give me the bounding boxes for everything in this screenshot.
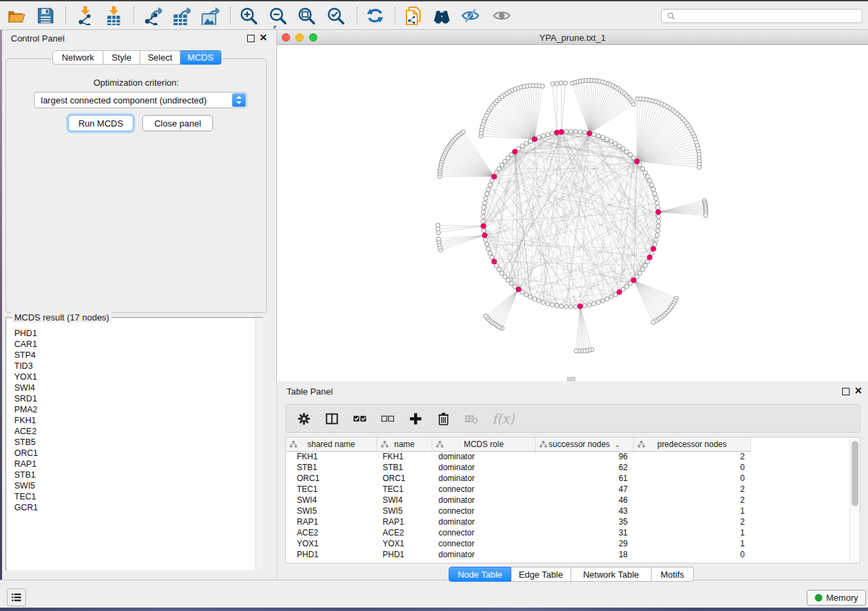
- cell-successor-nodes[interactable]: 18: [536, 550, 634, 561]
- delete-column-icon[interactable]: [435, 410, 451, 427]
- select-all-icon[interactable]: [351, 410, 368, 427]
- mcds-result-item[interactable]: SWI5: [7, 480, 263, 491]
- cell-predecessor-nodes[interactable]: 2: [634, 517, 751, 528]
- cell-predecessor-nodes[interactable]: 2: [634, 484, 751, 495]
- network-nodes[interactable]: [436, 78, 708, 353]
- column-header-predecessor-nodes[interactable]: predecessor nodes: [634, 437, 751, 451]
- network-window-titlebar[interactable]: YPA_prune.txt_1: [276, 30, 868, 45]
- mcds-result-item[interactable]: STB1: [7, 469, 263, 480]
- table-row[interactable]: PHD1PHD1dominator180: [286, 550, 850, 561]
- cell-mcds-role[interactable]: dominator: [432, 474, 536, 484]
- cell-mcds-role[interactable]: dominator: [432, 463, 536, 474]
- tab-style[interactable]: Style: [103, 50, 140, 65]
- export-image-icon[interactable]: [199, 5, 220, 26]
- open-file-icon[interactable]: [6, 5, 27, 26]
- table-scrollbar[interactable]: [850, 437, 860, 563]
- mcds-result-item[interactable]: FKH1: [7, 415, 263, 426]
- cell-predecessor-nodes[interactable]: 1: [634, 539, 751, 550]
- tab-select[interactable]: Select: [140, 50, 180, 65]
- mcds-result-item[interactable]: PHD1: [7, 328, 263, 339]
- table-row[interactable]: ORC1ORC1dominator610: [286, 474, 850, 484]
- mcds-result-item[interactable]: ACE2: [7, 426, 263, 437]
- cell-mcds-role[interactable]: connector: [432, 506, 536, 517]
- mcds-result-item[interactable]: YOX1: [7, 371, 263, 382]
- cell-mcds-role[interactable]: dominator: [432, 452, 536, 463]
- tab-edge-table[interactable]: Edge Table: [511, 567, 571, 582]
- mcds-result-scrollbar[interactable]: [255, 318, 263, 570]
- cell-name[interactable]: SWI4: [377, 495, 432, 506]
- table-panel-float-icon[interactable]: [842, 388, 850, 395]
- column-manager-icon[interactable]: [323, 410, 340, 427]
- cell-mcds-role[interactable]: connector: [432, 528, 536, 539]
- first-neighbors-icon[interactable]: [432, 5, 452, 26]
- cell-successor-nodes[interactable]: 62: [536, 463, 634, 474]
- cell-successor-nodes[interactable]: 61: [536, 474, 634, 484]
- export-table-icon[interactable]: [171, 5, 191, 26]
- import-network-icon[interactable]: [75, 5, 95, 26]
- zoom-fit-icon[interactable]: [296, 5, 317, 26]
- mcds-result-item[interactable]: PMA2: [7, 404, 263, 415]
- import-table-icon[interactable]: [103, 5, 124, 26]
- mcds-result-item[interactable]: STP4: [7, 350, 263, 361]
- close-panel-button[interactable]: Close panel: [142, 115, 213, 131]
- tab-network-table[interactable]: Network Table: [571, 567, 652, 582]
- cell-shared-name[interactable]: ACE2: [286, 528, 377, 539]
- optimization-criterion-dropdown[interactable]: largest connected component (undirected): [34, 92, 247, 108]
- cell-shared-name[interactable]: RAP1: [286, 517, 377, 528]
- memory-button[interactable]: Memory: [807, 590, 866, 606]
- cell-name[interactable]: PHD1: [377, 550, 432, 561]
- cell-predecessor-nodes[interactable]: 2: [634, 452, 751, 463]
- cell-name[interactable]: YOX1: [377, 539, 432, 550]
- cell-predecessor-nodes[interactable]: 0: [634, 550, 751, 561]
- tab-network[interactable]: Network: [52, 50, 103, 65]
- cell-successor-nodes[interactable]: 35: [536, 517, 634, 528]
- table-scrollbar-thumb[interactable]: [852, 441, 858, 506]
- export-network-icon[interactable]: [142, 5, 163, 26]
- cell-predecessor-nodes[interactable]: 0: [634, 474, 751, 484]
- zoom-out-icon[interactable]: [268, 5, 288, 26]
- cell-name[interactable]: ORC1: [377, 474, 432, 484]
- mcds-result-item[interactable]: GCR1: [7, 502, 263, 513]
- mcds-result-item[interactable]: RAP1: [7, 459, 263, 469]
- cell-shared-name[interactable]: SWI4: [286, 495, 377, 506]
- cell-successor-nodes[interactable]: 31: [536, 528, 634, 539]
- cell-successor-nodes[interactable]: 46: [536, 495, 634, 506]
- mcds-result-item[interactable]: TID3: [7, 361, 263, 371]
- cell-name[interactable]: SWI5: [377, 506, 432, 517]
- splitter-collapse-icon[interactable]: [274, 26, 277, 29]
- column-header-name[interactable]: name: [377, 437, 432, 451]
- table-row[interactable]: RAP1RAP1dominator352: [286, 517, 850, 528]
- table-row[interactable]: ACE2ACE2connector311: [286, 528, 850, 539]
- control-panel-close-icon[interactable]: ✕: [259, 32, 268, 43]
- cell-predecessor-nodes[interactable]: 1: [634, 528, 751, 539]
- cell-name[interactable]: RAP1: [377, 517, 432, 528]
- mcds-result-item[interactable]: SWI4: [7, 382, 263, 393]
- clone-network-icon[interactable]: [403, 5, 423, 26]
- cell-predecessor-nodes[interactable]: 1: [634, 506, 751, 517]
- table-panel-close-icon[interactable]: ✕: [854, 385, 863, 396]
- cell-successor-nodes[interactable]: 29: [536, 539, 634, 550]
- refresh-layout-icon[interactable]: [365, 5, 385, 26]
- column-header-successor-nodes[interactable]: successor nodes⌄: [536, 437, 634, 451]
- cell-name[interactable]: FKH1: [377, 452, 432, 463]
- cell-mcds-role[interactable]: connector: [432, 539, 536, 550]
- cell-successor-nodes[interactable]: 96: [536, 452, 634, 463]
- cell-shared-name[interactable]: PHD1: [286, 550, 377, 561]
- search-input[interactable]: [661, 9, 863, 23]
- mcds-result-item[interactable]: SRD1: [7, 393, 263, 404]
- panel-menu-button[interactable]: [7, 589, 26, 606]
- tab-mcds[interactable]: MCDS: [180, 50, 221, 65]
- cell-predecessor-nodes[interactable]: 0: [634, 463, 751, 474]
- cell-name[interactable]: STB1: [377, 463, 432, 474]
- zoom-in-icon[interactable]: [238, 5, 259, 26]
- network-canvas[interactable]: [276, 45, 868, 381]
- cell-mcds-role[interactable]: dominator: [432, 495, 536, 506]
- zoom-selected-icon[interactable]: [325, 5, 346, 26]
- cell-name[interactable]: TEC1: [377, 484, 432, 495]
- show-all-icon[interactable]: [492, 5, 512, 26]
- table-row[interactable]: STB1STB1dominator620: [286, 463, 850, 474]
- tab-motifs[interactable]: Motifs: [652, 567, 694, 582]
- run-mcds-button[interactable]: Run MCDS: [68, 115, 133, 131]
- add-column-icon[interactable]: [407, 410, 423, 427]
- table-row[interactable]: FKH1FKH1dominator962: [286, 452, 850, 463]
